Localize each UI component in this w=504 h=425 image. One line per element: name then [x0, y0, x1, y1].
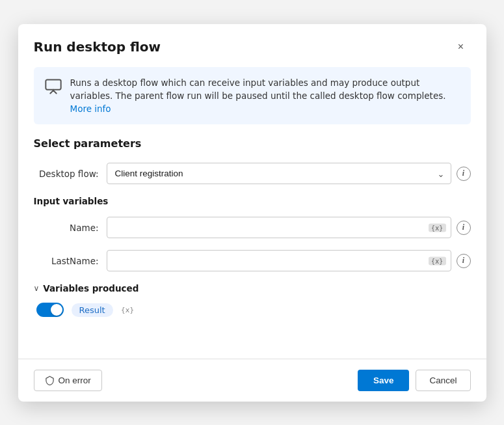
on-error-button[interactable]: On error — [34, 370, 102, 391]
toggle-thumb — [51, 304, 62, 316]
footer-right: Save Cancel — [358, 370, 471, 391]
lastname-x-badge[interactable]: {x} — [429, 256, 446, 265]
variables-produced-header[interactable]: ∨ Variables produced — [34, 283, 471, 294]
save-button[interactable]: Save — [358, 370, 410, 391]
desktop-flow-control: Client registration ⌄ i — [107, 163, 471, 184]
name-label: Name: — [34, 223, 99, 233]
cancel-button[interactable]: Cancel — [416, 370, 470, 391]
chevron-icon: ∨ — [34, 284, 40, 293]
lastname-input[interactable] — [107, 250, 451, 271]
variables-produced-section: ∨ Variables produced Result {x} — [34, 283, 471, 317]
result-x-badge[interactable]: {x} — [121, 306, 135, 314]
variables-produced-content: Result {x} — [34, 303, 471, 317]
variables-produced-title: Variables produced — [43, 283, 139, 294]
name-control: {x} i — [107, 217, 471, 238]
desktop-flow-select[interactable]: Client registration — [107, 163, 451, 184]
shield-icon — [45, 376, 55, 385]
lastname-field-row: LastName: {x} i — [34, 250, 471, 271]
name-x-badge[interactable]: {x} — [429, 223, 446, 232]
result-badge[interactable]: Result — [72, 303, 113, 317]
more-info-link[interactable]: More info — [70, 103, 111, 114]
desktop-flow-label: Desktop flow: — [34, 169, 99, 179]
lastname-input-wrap: {x} — [107, 250, 451, 271]
select-parameters-title: Select parameters — [34, 137, 471, 150]
dialog-header: Run desktop flow × — [18, 24, 486, 67]
lastname-info-icon[interactable]: i — [457, 254, 471, 268]
dialog-title: Run desktop flow — [34, 39, 161, 55]
lastname-control: {x} i — [107, 250, 471, 271]
info-banner-text: Runs a desktop flow which can receive in… — [70, 76, 460, 116]
close-button[interactable]: × — [451, 37, 471, 57]
on-error-label: On error — [59, 376, 91, 385]
name-field-row: Name: {x} i — [34, 217, 471, 238]
lastname-label: LastName: — [34, 256, 99, 266]
input-variables-title: Input variables — [34, 196, 471, 206]
desktop-flow-info-icon[interactable]: i — [457, 167, 471, 181]
dialog-footer: On error Save Cancel — [18, 359, 486, 402]
desktop-flow-row: Desktop flow: Client registration ⌄ i — [34, 163, 471, 184]
variables-toggle[interactable] — [36, 303, 64, 317]
dialog-body: Select parameters Desktop flow: Client r… — [18, 137, 486, 342]
run-desktop-flow-dialog: Run desktop flow × Runs a desktop flow w… — [18, 24, 486, 402]
info-banner: Runs a desktop flow which can receive in… — [34, 67, 471, 125]
name-input-wrap: {x} — [107, 217, 451, 238]
monitor-icon — [44, 77, 62, 99]
svg-rect-0 — [46, 79, 60, 89]
name-input[interactable] — [107, 217, 451, 238]
desktop-flow-select-wrapper: Client registration ⌄ — [107, 163, 451, 184]
name-info-icon[interactable]: i — [457, 221, 471, 235]
